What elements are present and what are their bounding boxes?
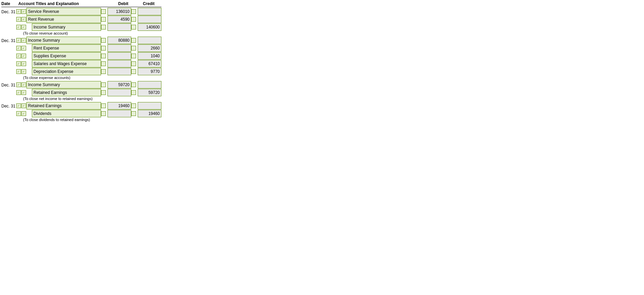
account-input-e2r3[interactable]: [32, 52, 101, 60]
credit-input-e1r2[interactable]: [138, 16, 161, 23]
credit-input-e2r1[interactable]: [138, 37, 161, 44]
checkbox-credit-e4r1[interactable]: [131, 103, 136, 108]
account-input-e3r2[interactable]: [32, 89, 101, 96]
checkbox-date-e4r2[interactable]: ✓: [16, 111, 21, 116]
checkbox-credit-e2r1[interactable]: [131, 38, 136, 43]
checkbox-debit-e2r4[interactable]: [101, 61, 106, 66]
checkbox-debit-e1r2[interactable]: [101, 17, 106, 22]
checkbox-date-e2r5[interactable]: ✓: [16, 69, 21, 74]
credit-input-e4r1[interactable]: [138, 102, 161, 110]
checkbox-credit-e3r1[interactable]: [131, 82, 136, 87]
date-cell-empty: [1, 63, 16, 64]
credit-input-e4r2[interactable]: [138, 110, 161, 117]
entry-note-1: (To close revenue account): [1, 31, 161, 35]
checkbox-debit-e3r1[interactable]: [101, 82, 106, 87]
checkbox-date-e2r3[interactable]: ✓: [16, 54, 21, 58]
debit-input-e2r2[interactable]: [108, 44, 131, 52]
table-row: ✓ ✓: [1, 89, 161, 96]
checkbox-acct-e2r4[interactable]: ✓: [21, 61, 26, 66]
credit-input-e2r4[interactable]: [138, 60, 161, 67]
checkbox-date-e3r1[interactable]: ✓: [16, 82, 21, 87]
date-cell-empty: [1, 92, 16, 93]
checkbox-credit-e4r2[interactable]: [131, 111, 136, 116]
checkbox-debit-e2r3[interactable]: [101, 54, 106, 58]
entry-group-3: Dec. 31 ✓ ✓ ✓ ✓ (To clo: [1, 81, 161, 101]
entry-note-3: (To close net income to retained earning…: [1, 97, 161, 101]
checkbox-debit-e1r3[interactable]: [101, 25, 106, 29]
checkbox-acct-e1r1[interactable]: ✓: [21, 9, 26, 14]
checkbox-debit-e2r1[interactable]: [101, 38, 106, 43]
account-input-e1r1[interactable]: [26, 8, 101, 15]
checkbox-credit-e3r2[interactable]: [131, 90, 136, 95]
checkbox-date-e1r2[interactable]: ✓: [16, 17, 21, 22]
account-input-e2r5[interactable]: [32, 68, 101, 75]
debit-input-e1r2[interactable]: [108, 16, 131, 23]
checkbox-acct-e4r1[interactable]: ✓: [21, 103, 26, 108]
date-cell-empty: [1, 71, 16, 72]
account-input-e2r2[interactable]: [32, 44, 101, 52]
table-row: Dec. 31 ✓ ✓: [1, 37, 161, 44]
credit-input-e1r1[interactable]: [138, 8, 161, 15]
checkbox-acct-e3r1[interactable]: ✓: [21, 82, 26, 87]
checkbox-debit-e2r5[interactable]: [101, 69, 106, 74]
debit-input-e4r2[interactable]: [108, 110, 131, 117]
credit-header: Credit: [136, 1, 161, 6]
checkbox-date-e1[interactable]: ✓: [16, 9, 21, 14]
checkbox-date-e3r2[interactable]: ✓: [16, 90, 21, 95]
account-input-e3r1[interactable]: [26, 81, 101, 88]
checkbox-date-e1r3[interactable]: ✓: [16, 25, 21, 29]
checkbox-debit-e1r1[interactable]: [101, 9, 106, 14]
checkbox-acct-e4r2[interactable]: ✓: [21, 111, 26, 116]
debit-input-e1r3[interactable]: [108, 23, 131, 31]
checkbox-date-e4r1[interactable]: ✓: [16, 103, 21, 108]
checkbox-credit-e1r3[interactable]: [131, 25, 136, 29]
account-input-e1r3[interactable]: [32, 23, 101, 31]
checkbox-credit-e2r4[interactable]: [131, 61, 136, 66]
checkbox-credit-e2r5[interactable]: [131, 69, 136, 74]
checkbox-debit-e3r2[interactable]: [101, 90, 106, 95]
checkbox-credit-e2r3[interactable]: [131, 54, 136, 58]
debit-input-e3r2[interactable]: [108, 89, 131, 96]
checkbox-acct-e1r3[interactable]: ✓: [21, 25, 26, 29]
checkbox-acct-e2r3[interactable]: ✓: [21, 54, 26, 58]
account-input-e1r2[interactable]: [26, 16, 101, 23]
account-input-e2r4[interactable]: [32, 60, 101, 67]
debit-input-e2r1[interactable]: [108, 37, 131, 44]
credit-input-e1r3[interactable]: [138, 23, 161, 31]
table-row: ✓ ✓: [1, 60, 161, 67]
checkbox-date-e2r2[interactable]: ✓: [16, 46, 21, 51]
credit-input-e2r5[interactable]: [138, 68, 161, 75]
checkbox-credit-e1r2[interactable]: [131, 17, 136, 22]
checkbox-date-e2r4[interactable]: ✓: [16, 61, 21, 66]
checkbox-acct-e2r1[interactable]: ✓: [21, 38, 26, 43]
checkbox-credit-e2r2[interactable]: [131, 46, 136, 51]
debit-input-e4r1[interactable]: [108, 102, 131, 110]
date-cell: Dec. 31: [1, 38, 16, 43]
checkbox-date-e2r1[interactable]: ✓: [16, 38, 21, 43]
account-input-e2r1[interactable]: [26, 37, 101, 44]
debit-input-e3r1[interactable]: [108, 81, 131, 88]
checkbox-credit-e1r1[interactable]: [131, 9, 136, 14]
checkbox-acct-e1r2[interactable]: ✓: [21, 17, 26, 22]
account-input-e4r1[interactable]: [26, 102, 101, 110]
table-row: ✓ ✓: [1, 68, 161, 75]
checkbox-acct-e2r2[interactable]: ✓: [21, 46, 26, 51]
table-row: ✓ ✓: [1, 52, 161, 60]
debit-input-e2r5[interactable]: [108, 68, 131, 75]
credit-input-e3r1[interactable]: [138, 81, 161, 88]
debit-input-e2r3[interactable]: [108, 52, 131, 60]
credit-input-e2r3[interactable]: [138, 52, 161, 60]
account-input-e4r2[interactable]: [32, 110, 101, 117]
debit-input-e2r4[interactable]: [108, 60, 131, 67]
checkbox-acct-e2r5[interactable]: ✓: [21, 69, 26, 74]
credit-input-e3r2[interactable]: [138, 89, 161, 96]
credit-input-e2r2[interactable]: [138, 44, 161, 52]
checkbox-debit-e4r1[interactable]: [101, 103, 106, 108]
debit-input-e1r1[interactable]: [108, 8, 131, 15]
checkbox-debit-e4r2[interactable]: [101, 111, 106, 116]
checkbox-acct-e3r2[interactable]: ✓: [21, 90, 26, 95]
entry-group-1: Dec. 31 ✓ ✓ ✓ ✓: [1, 8, 161, 35]
entry-note-4: (To close dividends to retained earnings…: [1, 118, 161, 122]
date-cell-empty: [1, 56, 16, 56]
checkbox-debit-e2r2[interactable]: [101, 46, 106, 51]
